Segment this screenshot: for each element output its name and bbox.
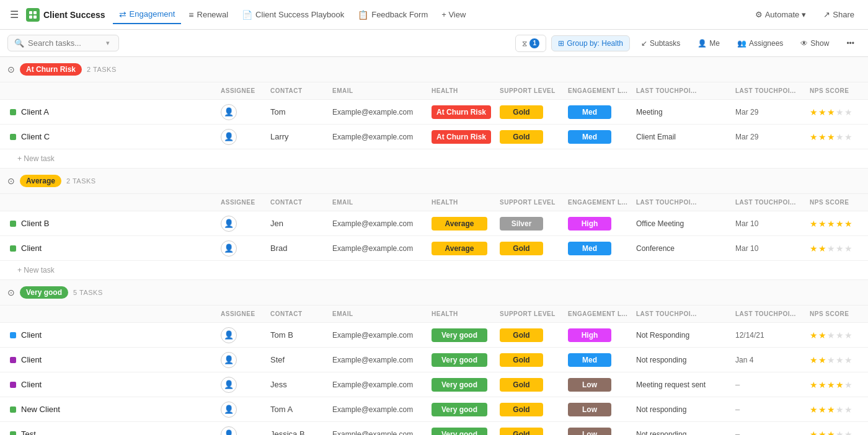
subtasks-button[interactable]: ↙ Subtasks xyxy=(635,36,686,51)
health-badge: Very good xyxy=(432,353,487,367)
nav-actions: ⚙ Automate ▾ ↗ Share xyxy=(749,7,861,22)
table-row[interactable]: Client 👤 Brad Example@example.com Averag… xyxy=(0,236,868,261)
table-row[interactable]: Client 👤 Jess Example@example.com Very g… xyxy=(0,372,868,397)
star-filled: ★ xyxy=(810,132,818,142)
task-name: Client B xyxy=(7,218,218,229)
nps-cell: ★★★★★ xyxy=(807,242,868,255)
star-filled: ★ xyxy=(827,132,835,142)
group-badge: Average xyxy=(20,175,61,187)
tab-playbook[interactable]: 📄 Client Success Playbook xyxy=(236,6,350,24)
tab-engagement[interactable]: ⇄ Engagement xyxy=(113,6,182,24)
support-cell: Gold xyxy=(497,377,565,393)
star-filled: ★ xyxy=(818,330,826,340)
engagement-cell: Med xyxy=(565,240,634,257)
filter-icon: ⧖ xyxy=(522,39,527,48)
engagement-badge: High xyxy=(568,217,611,231)
hamburger-menu[interactable]: ☰ xyxy=(7,6,21,23)
assignee-cell: 👤 xyxy=(218,214,268,233)
more-options-button[interactable]: ••• xyxy=(840,36,861,51)
tab-renewal[interactable]: ≡ Renewal xyxy=(182,6,234,24)
support-cell: Gold xyxy=(497,240,565,257)
collapse-icon[interactable]: ⊙ xyxy=(7,64,15,74)
column-header-0 xyxy=(7,198,218,207)
star-filled: ★ xyxy=(818,107,826,117)
star-filled: ★ xyxy=(810,380,818,390)
group-by-button[interactable]: ⊞ Group by: Health xyxy=(551,35,630,51)
collapse-icon[interactable]: ⊙ xyxy=(7,288,15,297)
assignees-button[interactable]: 👥 Assignees xyxy=(731,36,789,51)
tab-add-view[interactable]: + View xyxy=(435,6,472,23)
star-filled: ★ xyxy=(827,405,835,415)
search-box[interactable]: 🔍 ▾ xyxy=(7,35,119,51)
table-row[interactable]: Client C 👤 Larry Example@example.com At … xyxy=(0,125,868,149)
star-empty: ★ xyxy=(836,107,844,117)
table-row[interactable]: Client B 👤 Jen Example@example.com Avera… xyxy=(0,211,868,236)
show-button[interactable]: 👁 Show xyxy=(794,36,835,51)
engagement-badge: Low xyxy=(568,428,611,436)
table-row[interactable]: New Client 👤 Tom A Example@example.com V… xyxy=(0,397,868,422)
task-dot xyxy=(10,109,16,115)
touchpoint-date-cell: 12/14/21 xyxy=(733,329,807,341)
contact-cell: Brad xyxy=(268,242,330,254)
me-button[interactable]: 👤 Me xyxy=(691,36,726,51)
touchpoint-date-cell: Mar 10 xyxy=(733,218,807,229)
avatar: 👤 xyxy=(221,402,237,418)
filter-button[interactable]: ⧖ 1 xyxy=(515,35,546,52)
health-cell: Very good xyxy=(429,402,497,418)
touchpoint-date-cell: – xyxy=(733,428,807,435)
engagement-badge: Med xyxy=(568,242,611,255)
star-filled: ★ xyxy=(818,380,826,390)
contact-cell: Larry xyxy=(268,131,330,143)
star-filled: ★ xyxy=(844,219,852,229)
support-cell: Gold xyxy=(497,402,565,418)
avatar: 👤 xyxy=(221,327,237,343)
share-button[interactable]: ↗ Share xyxy=(817,7,861,22)
search-dropdown-icon[interactable]: ▾ xyxy=(106,39,110,47)
svg-rect-2 xyxy=(29,15,32,19)
column-header-3: EMAIL xyxy=(330,198,429,207)
new-task-button[interactable]: + New task xyxy=(0,149,868,168)
last-date: Mar 10 xyxy=(735,244,758,253)
column-header-3: EMAIL xyxy=(330,86,429,95)
nps-cell: ★★★★★ xyxy=(807,131,868,143)
task-dot xyxy=(10,221,16,227)
automate-button[interactable]: ⚙ Automate ▾ xyxy=(749,7,813,22)
group-badge: Very good xyxy=(20,286,68,299)
email-cell: Example@example.com xyxy=(330,131,429,143)
engagement-cell: High xyxy=(565,216,634,232)
engagement-badge: Med xyxy=(568,353,611,367)
engagement-badge: Low xyxy=(568,403,611,416)
assignee-cell: 👤 xyxy=(218,239,268,258)
collapse-icon[interactable]: ⊙ xyxy=(7,176,15,186)
toolbar: 🔍 ▾ ⧖ 1 ⊞ Group by: Health ↙ Subtasks 👤 … xyxy=(0,30,868,57)
eye-icon: 👁 xyxy=(800,39,808,48)
support-cell: Silver xyxy=(497,216,565,232)
health-cell: Average xyxy=(429,240,497,257)
new-task-button[interactable]: + New task xyxy=(0,261,868,279)
no-date: – xyxy=(735,429,740,435)
task-name: Client C xyxy=(7,131,218,143)
table-row[interactable]: Client 👤 Tom B Example@example.com Very … xyxy=(0,323,868,348)
table-header: ASSIGNEECONTACTEMAILHEALTHSUPPORT LEVELE… xyxy=(0,305,868,323)
contact-cell: Jen xyxy=(268,218,330,229)
group-header-average: ⊙ Average 2 TASKS xyxy=(0,169,868,194)
touchpoint-date-cell: Jan 4 xyxy=(733,354,807,366)
table-row[interactable]: Test 👤 Jessica B Example@example.com Ver… xyxy=(0,422,868,435)
search-input[interactable] xyxy=(28,38,102,48)
star-empty: ★ xyxy=(836,405,844,415)
assignee-cell: 👤 xyxy=(218,400,268,419)
touchpoint-cell: Meeting request sent xyxy=(634,379,733,390)
avatar: 👤 xyxy=(221,216,237,232)
health-badge: Very good xyxy=(432,428,487,436)
nps-cell: ★★★★★ xyxy=(807,403,868,416)
support-badge: Gold xyxy=(500,328,543,342)
task-name: Test xyxy=(7,428,218,435)
star-filled: ★ xyxy=(836,219,844,229)
table-row[interactable]: Client A 👤 Tom Example@example.com At Ch… xyxy=(0,100,868,125)
tab-feedback[interactable]: 📋 Feedback Form xyxy=(352,6,434,24)
star-filled: ★ xyxy=(810,107,818,117)
column-header-4: HEALTH xyxy=(429,198,497,207)
content-area: ⊙ At Churn Risk 2 TASKS ASSIGNEECONTACTE… xyxy=(0,57,868,435)
group-header-very-good: ⊙ Very good 5 TASKS xyxy=(0,280,868,305)
table-row[interactable]: Client 👤 Stef Example@example.com Very g… xyxy=(0,348,868,372)
